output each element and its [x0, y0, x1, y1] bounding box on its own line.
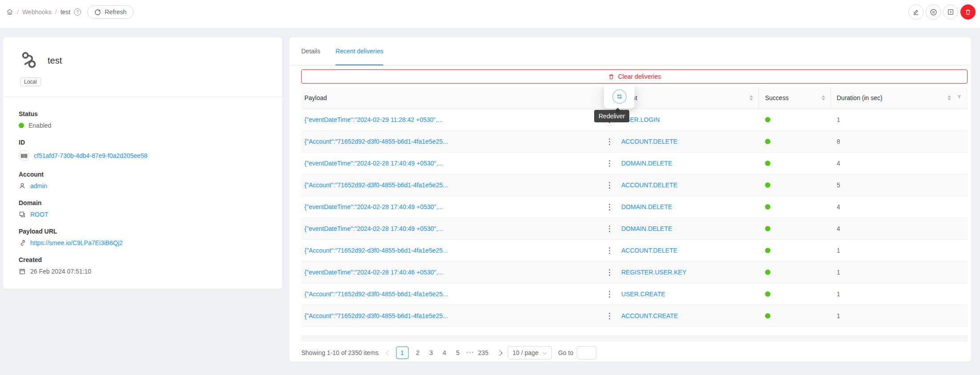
- home-icon[interactable]: [6, 8, 13, 16]
- event-link[interactable]: USER.CREATE: [621, 290, 665, 298]
- goto-page-input[interactable]: [577, 346, 596, 359]
- duration-value: 4: [837, 160, 840, 167]
- row-actions-button[interactable]: [603, 135, 616, 148]
- breadcrumb-webhooks[interactable]: Webhooks: [22, 8, 52, 16]
- payload-link[interactable]: {"eventDateTime":"2024-02-28 17:40:49 +0…: [304, 160, 443, 167]
- row-actions-button[interactable]: [603, 266, 616, 278]
- scope-tag: Local: [20, 77, 41, 86]
- duration-value: 5: [837, 181, 840, 189]
- table-row: {"Account":"71652d92-d3f0-4855-b6d1-4fa1…: [301, 240, 968, 262]
- pagination: Showing 1-10 of 2350 items 1 2 3 4 5 •••…: [301, 346, 968, 359]
- disable-webhook-button[interactable]: [926, 4, 941, 20]
- payload-link[interactable]: {"eventDateTime":"2024-02-28 17:40:46 +0…: [304, 269, 443, 276]
- trash-icon: [608, 73, 615, 80]
- webhook-icon: [20, 51, 40, 70]
- page-button-last[interactable]: 235: [478, 349, 488, 356]
- page-button[interactable]: 5: [453, 349, 463, 356]
- domain-link[interactable]: ROOT: [30, 211, 48, 218]
- resource-details-panel: test Local Status Enabled ID cf51afd7-73…: [3, 37, 282, 289]
- duration-value: 8: [837, 138, 840, 145]
- event-link[interactable]: DOMAIN.DELETE: [621, 160, 672, 167]
- id-link[interactable]: cf51afd7-730b-4db4-87e9-f0a2d205ee58: [34, 152, 147, 159]
- top-navbar: / Webhooks / test Refresh: [0, 0, 980, 28]
- payload-link[interactable]: {"eventDateTime":"2024-02-28 17:40:49 +0…: [304, 225, 443, 232]
- payload-link[interactable]: {"Account":"71652d92-d3f0-4855-b6d1-4fa1…: [304, 138, 448, 145]
- row-actions-button[interactable]: [603, 157, 616, 169]
- event-link[interactable]: DOMAIN.DELETE: [621, 203, 672, 210]
- event-link[interactable]: DOMAIN.DELETE: [621, 225, 672, 232]
- tab-details[interactable]: Details: [301, 37, 320, 65]
- jump-next-icon[interactable]: •••: [466, 350, 475, 356]
- tab-recent-deliveries[interactable]: Recent deliveries: [336, 37, 383, 65]
- clear-deliveries-button[interactable]: Clear deliveries: [301, 69, 968, 84]
- edit-webhook-button[interactable]: [908, 4, 923, 20]
- payload-link[interactable]: {"Account":"71652d92-d3f0-4855-b6d1-4fa1…: [304, 290, 448, 298]
- column-header-event[interactable]: Event: [619, 87, 759, 109]
- prev-page-button[interactable]: [386, 350, 392, 356]
- status-dot-icon: [19, 123, 24, 128]
- page-button[interactable]: 3: [426, 349, 436, 356]
- event-link[interactable]: ACCOUNT.CREATE: [621, 312, 678, 319]
- row-actions-popover: [604, 85, 635, 109]
- payload-url-section: Payload URL https://smee.io/C9LPa7Ei3iB6…: [19, 228, 270, 246]
- column-header-success[interactable]: Success: [759, 87, 831, 109]
- payload-link[interactable]: {"eventDateTime":"2024-02-29 11:28:42 +0…: [304, 116, 443, 123]
- table-row: {"Account":"71652d92-d3f0-4855-b6d1-4fa1…: [301, 283, 968, 305]
- refresh-icon: [94, 9, 101, 16]
- test-delivery-button[interactable]: [943, 4, 958, 20]
- event-link[interactable]: ACCOUNT.DELETE: [621, 247, 677, 254]
- payload-url-label: Payload URL: [19, 228, 270, 235]
- redeliver-icon: [616, 93, 623, 100]
- row-actions-button[interactable]: [603, 288, 616, 300]
- page-button[interactable]: 2: [413, 349, 423, 356]
- payload-link[interactable]: {"Account":"71652d92-d3f0-4855-b6d1-4fa1…: [304, 181, 448, 189]
- payload-link[interactable]: {"Account":"71652d92-d3f0-4855-b6d1-4fa1…: [304, 247, 448, 254]
- table-row: {"Account":"71652d92-d3f0-4855-b6d1-4fa1…: [301, 174, 968, 196]
- sort-icon[interactable]: [948, 95, 951, 101]
- domain-block-icon: [19, 211, 26, 218]
- success-indicator: [765, 291, 770, 297]
- row-actions-button[interactable]: [603, 310, 616, 322]
- link-icon: [19, 239, 26, 246]
- sort-icon[interactable]: [822, 95, 825, 101]
- refresh-button[interactable]: Refresh: [87, 5, 134, 19]
- duration-value: 1: [837, 269, 840, 276]
- event-link[interactable]: ACCOUNT.DELETE: [621, 138, 677, 145]
- breadcrumb: / Webhooks / test: [6, 8, 81, 16]
- page-button[interactable]: 4: [440, 349, 450, 356]
- column-header-payload: Payload: [301, 94, 600, 101]
- duration-value: 1: [837, 290, 840, 298]
- column-header-duration[interactable]: Duration (in sec): [831, 87, 968, 109]
- table-row: {"eventDateTime":"2024-02-28 17:40:49 +0…: [301, 218, 968, 240]
- row-actions-button[interactable]: [603, 179, 616, 191]
- row-actions-button[interactable]: [603, 201, 616, 213]
- help-icon[interactable]: [74, 8, 81, 16]
- sort-icon[interactable]: [749, 95, 753, 101]
- row-actions-button[interactable]: [603, 244, 616, 257]
- pause-circle-icon: [930, 8, 937, 16]
- account-link[interactable]: admin: [30, 182, 47, 190]
- table-row: {"eventDateTime":"2024-02-28 17:40:49 +0…: [301, 153, 968, 174]
- next-page-button[interactable]: [497, 350, 502, 356]
- event-link[interactable]: REGISTER.USER.KEY: [621, 269, 686, 276]
- page-button[interactable]: 1: [396, 347, 409, 359]
- delete-webhook-button[interactable]: [960, 4, 976, 20]
- payload-link[interactable]: {"Account":"71652d92-d3f0-4855-b6d1-4fa1…: [304, 312, 448, 319]
- row-actions-button[interactable]: [603, 222, 616, 235]
- event-link[interactable]: ACCOUNT.DELETE: [621, 181, 677, 189]
- breadcrumb-current: test: [61, 8, 71, 16]
- filter-icon[interactable]: [956, 94, 962, 101]
- payload-link[interactable]: {"eventDateTime":"2024-02-28 17:40:49 +0…: [304, 203, 443, 210]
- payload-url-link[interactable]: https://smee.io/C9LPa7Ei3iB6Qj2: [30, 239, 123, 246]
- success-indicator: [765, 161, 770, 166]
- user-icon: [19, 182, 26, 190]
- success-indicator: [765, 226, 770, 231]
- pagination-summary: Showing 1-10 of 2350 items: [301, 349, 379, 356]
- duration-value: 1: [837, 247, 840, 254]
- redeliver-button[interactable]: [612, 89, 627, 104]
- success-indicator: [765, 139, 770, 144]
- page-size-select[interactable]: 10 / page: [508, 346, 552, 359]
- duration-value: 1: [837, 312, 840, 319]
- success-indicator: [765, 248, 770, 253]
- success-indicator: [765, 270, 770, 275]
